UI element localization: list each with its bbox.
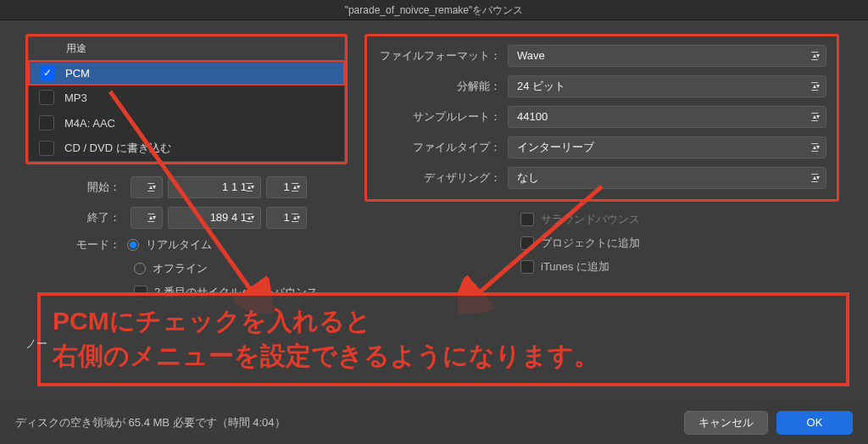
- chevron-updown-icon: ▴▾: [812, 175, 821, 180]
- chevron-updown-icon: ▴▾: [812, 53, 821, 58]
- dither-select[interactable]: なし ▴▾: [508, 167, 826, 189]
- radio-offline[interactable]: [134, 263, 146, 275]
- chevron-updown-icon: ▴▾: [247, 185, 255, 190]
- annotation-caption: PCMにチェックを入れると 右側のメニューを設定できるようになります。: [37, 292, 849, 386]
- format-row-pcm[interactable]: ✓ PCM: [28, 60, 345, 86]
- chevron-updown-icon: ▴▾: [292, 185, 301, 190]
- end-sub-stepper[interactable]: 1 ▴▾: [266, 207, 307, 229]
- start-sub-stepper[interactable]: 1 ▴▾: [266, 176, 307, 198]
- format-label: MP3: [64, 92, 87, 104]
- mode-label: モード：: [25, 237, 127, 253]
- window-title: "parade_of_noivce_remake"をバウンス: [0, 0, 868, 20]
- sample-rate-select[interactable]: 44100 ▴▾: [508, 106, 826, 128]
- file-format-select[interactable]: Wave ▴▾: [508, 45, 826, 67]
- format-list-highlight: 用途 ✓ PCM MP3 M4A: AAC CD / DVD に書き込む: [25, 34, 348, 164]
- right-panel: ファイルフォーマット： Wave ▴▾ 分解能： 24 ビット ▴▾ サンプルレ…: [364, 34, 839, 283]
- format-label: M4A: AAC: [64, 117, 115, 130]
- end-label: 終了：: [25, 210, 127, 225]
- ok-button[interactable]: OK: [776, 411, 853, 435]
- mode-realtime[interactable]: リアルタイム: [127, 237, 212, 253]
- checkbox-surround: [520, 213, 534, 226]
- caption-line2: 右側のメニューを設定できるようになります。: [53, 339, 834, 374]
- end-disclosure[interactable]: ▴▾: [131, 207, 163, 229]
- format-row-cddvd[interactable]: CD / DVD に書き込む: [29, 136, 344, 161]
- format-row-mp3[interactable]: MP3: [29, 85, 344, 110]
- format-header: 用途: [29, 37, 344, 61]
- dither-label: ディザリング：: [372, 170, 508, 186]
- caption-line1: PCMにチェックを入れると: [53, 304, 834, 339]
- bit-depth-select[interactable]: 24 ビット ▴▾: [508, 75, 826, 97]
- checkbox-itunes[interactable]: [520, 260, 534, 274]
- file-type-select[interactable]: インターリーブ ▴▾: [508, 136, 826, 158]
- settings-highlight: ファイルフォーマット： Wave ▴▾ 分解能： 24 ビット ▴▾ サンプルレ…: [364, 34, 839, 202]
- sample-rate-label: サンプルレート：: [372, 109, 508, 125]
- checkbox-m4a[interactable]: [39, 115, 54, 130]
- start-row: 開始： ▴▾ 1 1 1 ▴▾ 1 ▴▾: [25, 176, 348, 198]
- cancel-button[interactable]: キャンセル: [684, 411, 768, 435]
- format-label: PCM: [65, 67, 90, 80]
- chevron-updown-icon: ▴▾: [148, 185, 157, 190]
- file-format-label: ファイルフォーマット：: [372, 48, 508, 64]
- disk-status: ディスクの空き領域が 65.4 MB 必要です（時間 4:04）: [15, 415, 676, 430]
- file-type-label: ファイルタイプ：: [372, 140, 508, 155]
- end-row: 終了： ▴▾ 189 4 1 ▴▾ 1 ▴▾: [25, 207, 348, 229]
- format-label: CD / DVD に書き込む: [64, 141, 171, 156]
- chevron-updown-icon: ▴▾: [812, 114, 821, 119]
- bit-depth-label: 分解能：: [372, 79, 508, 94]
- start-main-stepper[interactable]: 1 1 1 ▴▾: [168, 176, 261, 198]
- chevron-updown-icon: ▴▾: [812, 84, 821, 89]
- start-disclosure[interactable]: ▴▾: [131, 176, 163, 198]
- checkbox-project[interactable]: [520, 236, 534, 250]
- add-to-itunes-check[interactable]: iTunes に追加: [520, 259, 839, 275]
- start-label: 開始：: [25, 180, 127, 195]
- checkbox-mp3[interactable]: [39, 90, 54, 105]
- chevron-updown-icon: ▴▾: [292, 215, 301, 220]
- end-main-stepper[interactable]: 189 4 1 ▴▾: [168, 207, 261, 229]
- chevron-updown-icon: ▴▾: [247, 215, 255, 220]
- checkbox-cddvd[interactable]: [39, 141, 54, 156]
- normalize-label-truncated: ノー: [25, 336, 47, 352]
- radio-realtime[interactable]: [127, 239, 139, 251]
- checkbox-pcm[interactable]: ✓: [40, 65, 55, 80]
- format-row-m4a[interactable]: M4A: AAC: [29, 110, 344, 136]
- surround-bounce-check: サラウンドバウンス: [520, 212, 839, 227]
- dialog-footer: ディスクの空き領域が 65.4 MB 必要です（時間 4:04） キャンセル O…: [0, 402, 868, 444]
- chevron-updown-icon: ▴▾: [812, 145, 821, 150]
- left-panel: 用途 ✓ PCM MP3 M4A: AAC CD / DVD に書き込む: [25, 34, 348, 308]
- chevron-updown-icon: ▴▾: [148, 215, 157, 220]
- mode-offline[interactable]: オフライン: [134, 261, 348, 276]
- add-to-project-check[interactable]: プロジェクトに追加: [520, 236, 839, 251]
